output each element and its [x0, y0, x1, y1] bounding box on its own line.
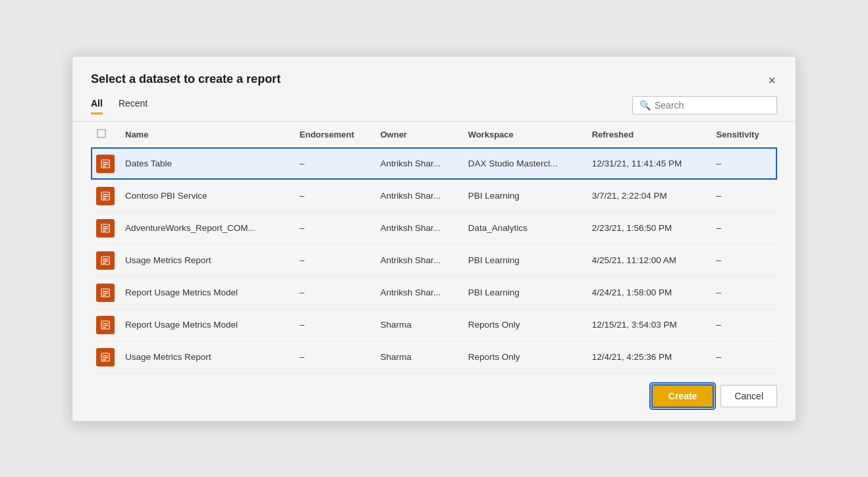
svg-rect-6: [103, 196, 108, 197]
table-header-row: Name Endorsement Owner Workspace Refresh…: [91, 122, 777, 148]
svg-rect-17: [103, 291, 108, 292]
row-owner: Antriksh Shar...: [375, 147, 462, 180]
row-sensitivity: –: [711, 147, 777, 180]
tab-all[interactable]: All: [91, 98, 103, 114]
row-workspace: Reports Only: [463, 309, 587, 341]
svg-rect-19: [103, 295, 106, 296]
col-endorsement: Endorsement: [294, 122, 375, 148]
svg-rect-7: [103, 198, 106, 199]
table-row[interactable]: AdventureWorks_Report_COM...–Antriksh Sh…: [91, 212, 777, 244]
svg-rect-2: [103, 164, 108, 165]
row-name: Usage Metrics Report: [120, 341, 294, 373]
row-workspace: PBI Learning: [463, 180, 587, 212]
svg-rect-23: [103, 327, 106, 328]
svg-rect-22: [103, 325, 108, 326]
svg-rect-27: [103, 359, 106, 361]
col-icon: [91, 122, 120, 148]
row-endorsement: –: [294, 341, 375, 373]
dataset-icon: [96, 219, 115, 238]
row-icon-cell: [91, 180, 120, 212]
row-endorsement: –: [294, 212, 375, 244]
row-icon-cell: [91, 212, 120, 244]
svg-rect-10: [103, 228, 108, 230]
svg-rect-26: [103, 357, 108, 359]
row-endorsement: –: [294, 244, 375, 276]
tabs-container: All Recent: [91, 98, 148, 114]
row-icon-cell: [91, 276, 120, 309]
svg-rect-21: [103, 323, 108, 324]
row-icon-cell: [91, 147, 120, 180]
col-refreshed: Refreshed: [587, 122, 711, 148]
row-owner: Antriksh Shar...: [375, 212, 462, 244]
row-refreshed: 2/23/21, 1:56:50 PM: [587, 212, 711, 244]
datasets-table: Name Endorsement Owner Workspace Refresh…: [91, 122, 777, 374]
row-refreshed: 12/31/21, 11:41:45 PM: [587, 147, 711, 180]
row-workspace: Data_Analytics: [463, 212, 587, 244]
table-row[interactable]: Dates Table–Antriksh Shar...DAX Studio M…: [91, 147, 777, 180]
row-icon-cell: [91, 341, 120, 373]
col-owner: Owner: [375, 122, 462, 148]
svg-rect-13: [103, 259, 108, 260]
dialog-title: Select a dataset to create a report: [91, 72, 281, 86]
row-refreshed: 12/15/21, 3:54:03 PM: [587, 309, 711, 341]
dataset-icon: [96, 155, 115, 173]
table-wrapper: Name Endorsement Owner Workspace Refresh…: [72, 122, 796, 374]
row-sensitivity: –: [711, 212, 777, 244]
row-icon-cell: [91, 244, 120, 276]
dataset-icon: [96, 251, 115, 270]
search-input[interactable]: [655, 100, 770, 111]
table-row[interactable]: Contoso PBI Service–Antriksh Shar...PBI …: [91, 180, 777, 212]
col-name: Name: [120, 122, 294, 148]
row-sensitivity: –: [711, 244, 777, 276]
row-endorsement: –: [294, 309, 375, 341]
col-workspace: Workspace: [463, 122, 587, 148]
row-sensitivity: –: [711, 309, 777, 341]
row-endorsement: –: [294, 147, 375, 180]
close-button[interactable]: ×: [767, 74, 777, 87]
row-refreshed: 3/7/21, 2:22:04 PM: [587, 180, 711, 212]
row-name: Report Usage Metrics Model: [120, 276, 294, 309]
row-name: AdventureWorks_Report_COM...: [120, 212, 294, 244]
svg-rect-25: [103, 355, 108, 357]
col-sensitivity: Sensitivity: [711, 122, 777, 148]
row-name: Report Usage Metrics Model: [120, 309, 294, 341]
tab-recent[interactable]: Recent: [119, 98, 148, 114]
row-name: Contoso PBI Service: [120, 180, 294, 212]
tabs-row: All Recent 🔍: [72, 87, 796, 114]
dialog-footer: Create Cancel: [72, 374, 796, 421]
svg-rect-14: [103, 261, 108, 262]
row-name: Usage Metrics Report: [120, 244, 294, 276]
row-icon-cell: [91, 309, 120, 341]
svg-rect-18: [103, 293, 108, 294]
row-owner: Sharma: [375, 309, 462, 341]
row-workspace: PBI Learning: [463, 276, 587, 309]
row-endorsement: –: [294, 276, 375, 309]
table-row[interactable]: Report Usage Metrics Model–Antriksh Shar…: [91, 276, 777, 309]
row-refreshed: 4/25/21, 11:12:00 AM: [587, 244, 711, 276]
svg-rect-1: [103, 162, 108, 163]
row-owner: Antriksh Shar...: [375, 276, 462, 309]
row-name: Dates Table: [120, 147, 294, 180]
search-icon: 🔍: [639, 100, 651, 111]
row-sensitivity: –: [711, 180, 777, 212]
row-workspace: Reports Only: [463, 341, 587, 373]
table-row[interactable]: Usage Metrics Report–Antriksh Shar...PBI…: [91, 244, 777, 276]
row-sensitivity: –: [711, 341, 777, 373]
svg-rect-3: [103, 166, 106, 167]
row-refreshed: 4/24/21, 1:58:00 PM: [587, 276, 711, 309]
svg-rect-5: [103, 194, 108, 195]
create-button[interactable]: Create: [651, 384, 715, 408]
row-workspace: DAX Studio Mastercl...: [463, 147, 587, 180]
table-row[interactable]: Report Usage Metrics Model–SharmaReports…: [91, 309, 777, 341]
svg-rect-11: [103, 230, 106, 232]
row-workspace: PBI Learning: [463, 244, 587, 276]
dialog: Select a dataset to create a report × Al…: [72, 56, 796, 422]
table-row[interactable]: Usage Metrics Report–SharmaReports Only1…: [91, 341, 777, 373]
row-owner: Sharma: [375, 341, 462, 373]
svg-rect-9: [103, 226, 108, 228]
search-box: 🔍: [632, 96, 777, 114]
cancel-button[interactable]: Cancel: [720, 385, 777, 407]
dataset-icon: [96, 316, 115, 334]
svg-rect-15: [103, 263, 106, 264]
dataset-icon: [96, 284, 115, 302]
